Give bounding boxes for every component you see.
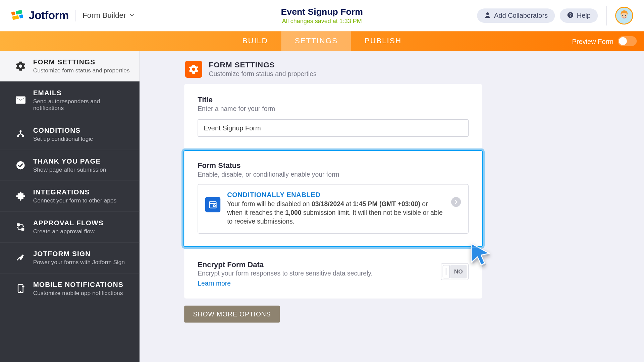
sidebar-item-sign[interactable]: JOTFORM SIGN Power your forms with Jotfo… xyxy=(0,243,140,274)
help-label: Help xyxy=(577,12,591,19)
sidebar-item-approval[interactable]: APPROVAL FLOWS Create an approval flow xyxy=(0,212,140,243)
sidebar-item-sub: Power your forms with Jotform Sign xyxy=(33,259,125,265)
topbar: Jotform Form Builder Event Signup Form A… xyxy=(0,0,644,31)
status-title: CONDITIONALLY ENABLED xyxy=(227,191,444,198)
content: FORM SETTINGS Customize form status and … xyxy=(140,51,644,362)
separator xyxy=(606,6,607,25)
svg-text:?: ? xyxy=(569,12,572,17)
svg-rect-3 xyxy=(19,14,23,18)
sidebar-item-sub: Show page after submission xyxy=(33,166,106,173)
preview-toggle[interactable] xyxy=(618,36,637,46)
sidebar-item-label: EMAILS xyxy=(33,89,131,97)
person-icon xyxy=(484,11,491,19)
encrypt-label: Encrypt Form Data xyxy=(198,260,432,269)
page-subtitle: Customize form status and properties xyxy=(209,70,317,77)
jotform-logo[interactable]: Jotform xyxy=(11,9,69,22)
svg-point-11 xyxy=(17,135,19,137)
svg-point-8 xyxy=(622,15,623,16)
gear-icon xyxy=(15,61,26,71)
svg-point-12 xyxy=(22,135,24,137)
flow-icon xyxy=(15,222,26,232)
mobile-icon xyxy=(15,283,26,294)
status-label: Form Status xyxy=(198,161,469,170)
sidebar-item-mobile[interactable]: MOBILE NOTIFICATIONS Customize mobile ap… xyxy=(0,274,140,304)
title-label: Title xyxy=(198,96,469,104)
tab-publish[interactable]: PUBLISH xyxy=(351,31,415,51)
encrypt-card: Encrypt Form Data Encrypt your form resp… xyxy=(184,249,482,298)
sidebar-item-label: THANK YOU PAGE xyxy=(33,157,106,165)
svg-point-17 xyxy=(20,291,21,292)
page-title: FORM SETTINGS xyxy=(209,61,317,70)
add-collaborators-button[interactable]: Add Collaborators xyxy=(477,8,555,23)
avatar[interactable] xyxy=(615,6,633,24)
sign-icon xyxy=(15,252,26,263)
preview-label: Preview Form xyxy=(572,37,613,45)
sidebar-item-sub: Set up conditional logic xyxy=(33,135,93,142)
tab-build[interactable]: BUILD xyxy=(229,31,281,51)
sidebar-item-thankyou[interactable]: THANK YOU PAGE Show page after submissio… xyxy=(0,150,140,181)
sidebar-item-label: APPROVAL FLOWS xyxy=(33,219,104,227)
check-icon xyxy=(15,160,26,171)
toggle-knob xyxy=(619,37,627,45)
breadcrumb-label: Form Builder xyxy=(83,11,126,20)
brand-name: Jotform xyxy=(29,9,68,22)
help-button[interactable]: ? Help xyxy=(560,8,598,23)
svg-rect-15 xyxy=(21,228,24,231)
question-icon: ? xyxy=(567,11,574,19)
chevron-right-icon xyxy=(451,197,461,207)
svg-rect-1 xyxy=(15,10,22,14)
drag-handle-icon xyxy=(442,265,449,278)
status-hint: Enable, disable, or conditionally enable… xyxy=(198,171,469,178)
tabbar: BUILD SETTINGS PUBLISH Preview Form xyxy=(0,31,644,51)
sidebar-item-integrations[interactable]: INTEGRATIONS Connect your form to other … xyxy=(0,181,140,212)
breadcrumb[interactable]: Form Builder xyxy=(83,11,135,20)
learn-more-link[interactable]: Learn more xyxy=(198,280,432,287)
sidebar-item-form-settings[interactable]: FORM SETTINGS Customize form status and … xyxy=(0,51,140,82)
encrypt-toggle-label: NO xyxy=(450,265,467,278)
add-collaborators-label: Add Collaborators xyxy=(494,12,548,19)
title-input[interactable] xyxy=(198,119,469,137)
tab-settings[interactable]: SETTINGS xyxy=(281,31,351,51)
email-icon xyxy=(15,95,26,106)
conditions-icon xyxy=(15,129,26,140)
form-status-highlight: Form Status Enable, disable, or conditio… xyxy=(181,148,485,249)
status-box-button[interactable]: CONDITIONALLY ENABLED Your form will be … xyxy=(198,184,469,234)
svg-point-9 xyxy=(625,15,626,16)
sidebar-item-label: MOBILE NOTIFICATIONS xyxy=(33,281,123,289)
title-hint: Enter a name for your form xyxy=(198,105,469,112)
calendar-icon xyxy=(205,197,220,212)
title-card: Title Enter a name for your form xyxy=(184,84,482,148)
saved-text: All changes saved at 1:33 PM xyxy=(281,18,363,24)
sidebar-item-sub: Customize mobile app notifications xyxy=(33,290,123,296)
title-block: Event Signup Form All changes saved at 1… xyxy=(281,6,363,24)
form-title: Event Signup Form xyxy=(281,6,363,17)
svg-point-10 xyxy=(19,130,21,132)
sidebar-item-conditions[interactable]: CONDITIONS Set up conditional logic xyxy=(0,119,140,150)
sidebar: FORM SETTINGS Customize form status and … xyxy=(0,51,140,362)
svg-point-4 xyxy=(486,12,489,15)
svg-rect-0 xyxy=(11,11,15,15)
sidebar-item-sub: Customize form status and properties xyxy=(33,67,130,74)
sidebar-item-label: FORM SETTINGS xyxy=(33,58,130,66)
svg-rect-2 xyxy=(12,15,19,20)
separator xyxy=(75,10,76,21)
sidebar-item-label: JOTFORM SIGN xyxy=(33,250,125,258)
gear-icon xyxy=(185,61,202,78)
sidebar-item-label: CONDITIONS xyxy=(33,126,93,134)
sidebar-item-label: INTEGRATIONS xyxy=(33,188,117,196)
svg-rect-14 xyxy=(17,223,20,226)
sidebar-item-sub: Send autoresponders and notifications xyxy=(33,98,131,111)
logo-mark-icon xyxy=(11,9,26,21)
encrypt-hint: Encrypt your form responses to store sen… xyxy=(198,270,432,277)
sidebar-item-sub: Create an approval flow xyxy=(33,228,104,235)
show-more-button[interactable]: SHOW MORE OPTIONS xyxy=(184,305,280,322)
status-description: Your form will be disabled on 03/18/2024… xyxy=(227,200,444,226)
encrypt-toggle[interactable]: NO xyxy=(441,263,469,280)
chevron-down-icon xyxy=(129,11,135,20)
puzzle-icon xyxy=(15,191,26,201)
sidebar-item-sub: Connect your form to other apps xyxy=(33,197,117,204)
sidebar-item-emails[interactable]: EMAILS Send autoresponders and notificat… xyxy=(0,82,140,119)
